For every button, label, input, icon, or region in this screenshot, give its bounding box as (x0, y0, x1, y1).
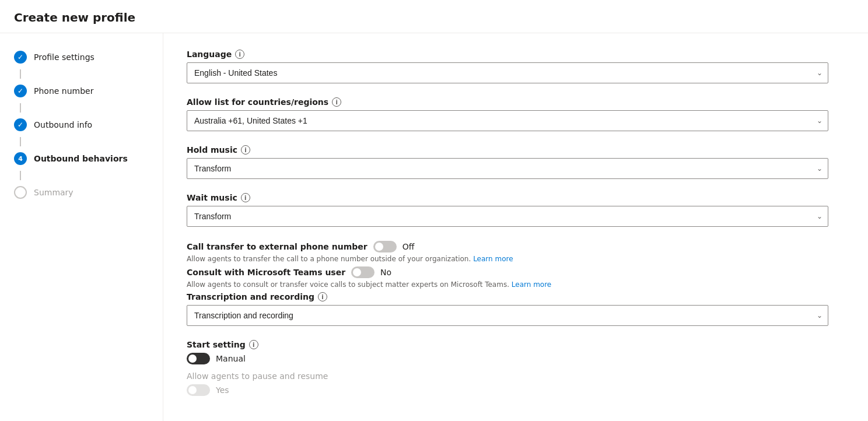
call-transfer-status: Off (402, 242, 415, 251)
step-connector-2 (20, 103, 21, 113)
sidebar: Profile settings Phone number Outbound i… (0, 33, 163, 421)
hold-music-group: Hold music i TransformDefaultNone ⌄ (187, 145, 828, 179)
consult-teams-group: Consult with Microsoft Teams user No All… (187, 266, 828, 289)
consult-teams-status: No (380, 268, 391, 277)
transcription-select-wrapper: Transcription and recordingNone ⌄ (187, 305, 828, 326)
start-setting-status: Manual (216, 354, 246, 363)
allow-list-info-icon[interactable]: i (332, 97, 341, 107)
step-indicator-outbound-behaviors: 4 (14, 152, 27, 165)
sidebar-item-profile-settings[interactable]: Profile settings (0, 45, 163, 69)
transcription-info-icon[interactable]: i (318, 292, 327, 301)
start-setting-toggle-row: Manual (187, 353, 828, 364)
start-setting-toggle[interactable] (187, 353, 210, 364)
page-title: Create new profile (0, 0, 868, 33)
hold-music-select-wrapper: TransformDefaultNone ⌄ (187, 158, 828, 179)
wait-music-label: Wait music i (187, 193, 828, 202)
wait-music-group: Wait music i TransformDefaultNone ⌄ (187, 193, 828, 227)
language-group: Language i English - United StatesEnglis… (187, 50, 828, 83)
language-select-wrapper: English - United StatesEnglish - UKSpani… (187, 62, 828, 83)
sidebar-item-outbound-behaviors[interactable]: 4 Outbound behaviors (0, 146, 163, 171)
call-transfer-header: Call transfer to external phone number O… (187, 241, 828, 252)
allow-list-group: Allow list for countries/regions i Austr… (187, 97, 828, 131)
sidebar-label-outbound-behaviors: Outbound behaviors (34, 154, 128, 163)
hold-music-label: Hold music i (187, 145, 828, 155)
start-setting-info-icon[interactable]: i (249, 340, 258, 349)
step-connector-4 (20, 171, 21, 180)
consult-teams-description: Allow agents to consult or transfer voic… (187, 280, 828, 289)
step-connector-3 (20, 137, 21, 146)
sidebar-label-summary: Summary (34, 188, 74, 197)
allow-list-select-wrapper: Australia +61, United States +1 ⌄ (187, 110, 828, 131)
allow-list-select[interactable]: Australia +61, United States +1 (187, 110, 828, 131)
step-indicator-outbound-info (14, 118, 27, 131)
transcription-label: Transcription and recording i (187, 292, 828, 301)
start-setting-label: Start setting i (187, 340, 828, 349)
transcription-select[interactable]: Transcription and recordingNone (187, 305, 828, 326)
form-section: Language i English - United StatesEnglis… (187, 50, 828, 396)
language-label: Language i (187, 50, 828, 59)
sidebar-item-outbound-info[interactable]: Outbound info (0, 113, 163, 137)
allow-list-label: Allow list for countries/regions i (187, 97, 828, 107)
allow-agents-slider (187, 384, 210, 396)
sidebar-item-phone-number[interactable]: Phone number (0, 79, 163, 103)
language-info-icon[interactable]: i (235, 50, 244, 59)
sub-toggle-row: Yes (187, 384, 828, 396)
main-content: Language i English - United StatesEnglis… (163, 33, 868, 421)
allow-agents-label: Allow agents to pause and resume (187, 371, 828, 381)
sidebar-label-outbound-info: Outbound info (34, 120, 92, 129)
step-indicator-profile-settings (14, 51, 27, 64)
consult-teams-label: Consult with Microsoft Teams user (187, 268, 345, 277)
wait-music-select[interactable]: TransformDefaultNone (187, 206, 828, 227)
transcription-group: Transcription and recording i Transcript… (187, 292, 828, 326)
allow-agents-toggle[interactable] (187, 384, 210, 396)
start-setting-group: Start setting i Manual Allow agents to p… (187, 340, 828, 396)
consult-teams-learn-more-link[interactable]: Learn more (512, 280, 551, 289)
sidebar-item-summary[interactable]: Summary (0, 180, 163, 205)
call-transfer-slider (373, 241, 397, 252)
start-setting-slider (187, 353, 210, 364)
step-indicator-phone-number (14, 85, 27, 97)
step-connector-1 (20, 69, 21, 79)
call-transfer-description: Allow agents to transfer the call to a p… (187, 255, 828, 263)
consult-teams-slider (351, 266, 374, 278)
allow-agents-status: Yes (216, 385, 229, 395)
call-transfer-label: Call transfer to external phone number (187, 242, 368, 251)
call-transfer-learn-more-link[interactable]: Learn more (473, 255, 513, 263)
sidebar-label-phone-number: Phone number (34, 86, 93, 96)
step-indicator-summary (14, 186, 27, 199)
consult-teams-toggle[interactable] (351, 266, 374, 278)
wait-music-select-wrapper: TransformDefaultNone ⌄ (187, 206, 828, 227)
wait-music-info-icon[interactable]: i (241, 193, 250, 202)
sidebar-label-profile-settings: Profile settings (34, 52, 94, 62)
language-select[interactable]: English - United StatesEnglish - UKSpani… (187, 62, 828, 83)
call-transfer-group: Call transfer to external phone number O… (187, 241, 828, 263)
hold-music-info-icon[interactable]: i (241, 145, 250, 155)
call-transfer-toggle[interactable] (373, 241, 397, 252)
consult-teams-header: Consult with Microsoft Teams user No (187, 266, 828, 278)
hold-music-select[interactable]: TransformDefaultNone (187, 158, 828, 179)
